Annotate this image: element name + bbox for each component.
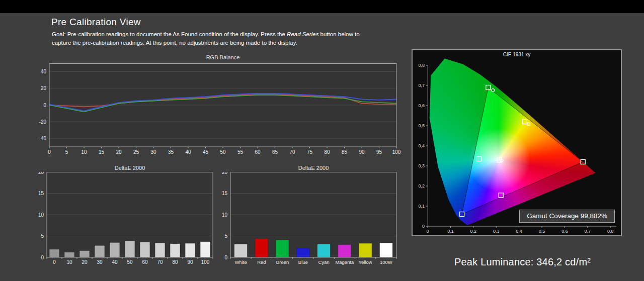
- deltae-colors-chart: DeltaE 2000 20151050WhiteRedGreenBlueCya…: [216, 164, 404, 270]
- gamut-coverage-badge: Gamut Coverage 99,882%: [519, 210, 615, 223]
- svg-text:15: 15: [222, 191, 228, 196]
- svg-text:90: 90: [359, 149, 365, 155]
- svg-text:0,2: 0,2: [418, 183, 425, 189]
- svg-text:0,1: 0,1: [418, 204, 425, 209]
- svg-text:40: 40: [185, 149, 191, 155]
- svg-text:Yellow: Yellow: [359, 259, 372, 265]
- svg-text:5: 5: [65, 149, 68, 155]
- svg-text:50: 50: [220, 149, 226, 155]
- svg-text:100: 100: [392, 149, 401, 155]
- svg-text:10: 10: [222, 212, 228, 218]
- svg-text:30: 30: [97, 259, 103, 265]
- svg-text:-20: -20: [39, 119, 47, 125]
- svg-text:5: 5: [41, 233, 44, 239]
- svg-text:0: 0: [426, 229, 429, 234]
- deltae-colors-title: DeltaE 2000: [230, 165, 396, 171]
- svg-text:0: 0: [41, 255, 44, 260]
- svg-text:20: 20: [41, 85, 47, 91]
- svg-text:70: 70: [289, 149, 295, 155]
- svg-text:Green: Green: [276, 259, 289, 265]
- svg-text:Red: Red: [257, 259, 266, 265]
- deltae-grayscale-title: DeltaE 2000: [47, 165, 213, 171]
- svg-text:White: White: [234, 259, 247, 265]
- svg-text:0,1: 0,1: [447, 229, 454, 234]
- svg-text:0,7: 0,7: [418, 83, 425, 88]
- svg-text:25: 25: [133, 149, 139, 155]
- svg-text:40: 40: [41, 69, 47, 74]
- rgb-balance-title: RGB Balance: [49, 54, 396, 60]
- goal-text: Goal: Pre-calibration readings to docume…: [52, 30, 444, 47]
- svg-text:0: 0: [224, 255, 227, 260]
- cie-overlay-markers: 00,10,20,30,40,50,60,70,800,10,20,30,40,…: [413, 50, 621, 235]
- svg-text:0: 0: [422, 224, 425, 229]
- svg-text:0,5: 0,5: [539, 229, 545, 234]
- svg-text:10: 10: [66, 259, 72, 265]
- svg-text:60: 60: [142, 259, 148, 265]
- svg-text:100: 100: [201, 259, 210, 265]
- svg-text:10: 10: [81, 149, 87, 155]
- svg-text:95: 95: [376, 149, 382, 155]
- rgb-balance-plot: 40200-20-4005101520253035404550556065707…: [29, 63, 401, 159]
- svg-text:40: 40: [112, 259, 118, 265]
- goal-line1: Goal: Pre-calibration readings to docume…: [52, 30, 444, 39]
- svg-text:15: 15: [38, 191, 44, 196]
- svg-text:Blue: Blue: [298, 259, 308, 265]
- svg-text:0,4: 0,4: [516, 229, 522, 234]
- precal-view: Pre Calibration View Goal: Pre-calibrati…: [0, 0, 644, 281]
- svg-text:0,5: 0,5: [418, 123, 425, 128]
- svg-text:0,8: 0,8: [607, 229, 614, 234]
- svg-text:0: 0: [48, 149, 51, 155]
- svg-text:70: 70: [157, 259, 163, 265]
- peak-luminance-readout: Peak Luminance: 346,2 cd/m²: [454, 256, 591, 268]
- svg-text:20: 20: [222, 172, 228, 175]
- svg-text:Magenta: Magenta: [335, 259, 354, 265]
- svg-text:65: 65: [272, 149, 278, 155]
- svg-text:45: 45: [203, 149, 209, 155]
- svg-text:0: 0: [53, 259, 56, 265]
- deltae-grayscale-plot: 201510500102030405060708090100: [29, 172, 216, 270]
- svg-text:20: 20: [116, 149, 122, 155]
- svg-text:90: 90: [187, 259, 193, 265]
- cie-1931-panel: CIE 1931 xy 00,10,20,30,40,50,60,70,800,…: [412, 49, 622, 236]
- svg-text:0,8: 0,8: [418, 63, 425, 68]
- goal-line2: capture the pre-calibration readings. At…: [52, 39, 444, 47]
- svg-text:20: 20: [82, 259, 88, 265]
- svg-text:80: 80: [172, 259, 178, 265]
- svg-text:20: 20: [38, 172, 44, 175]
- goal-read-series-ref: Read Series: [287, 31, 318, 37]
- svg-text:100W: 100W: [380, 259, 392, 265]
- svg-text:5: 5: [224, 233, 227, 239]
- rgb-balance-chart: RGB Balance 40200-20-4005101520253035404…: [29, 53, 401, 160]
- goal-line1-post: button below to: [318, 31, 359, 37]
- svg-text:35: 35: [168, 149, 174, 155]
- svg-text:0,6: 0,6: [561, 229, 568, 234]
- page-title: Pre Calibration View: [51, 17, 141, 28]
- svg-text:0,7: 0,7: [585, 229, 591, 234]
- svg-text:0: 0: [43, 103, 46, 108]
- svg-text:0,6: 0,6: [418, 103, 425, 108]
- svg-text:15: 15: [99, 149, 105, 155]
- svg-text:55: 55: [237, 149, 244, 155]
- deltae-grayscale-chart: DeltaE 2000 2015105001020304050607080901…: [29, 164, 216, 270]
- svg-text:0,4: 0,4: [418, 143, 425, 148]
- deltae-colors-plot: 20151050WhiteRedGreenBlueCyanMagentaYell…: [216, 172, 404, 270]
- svg-text:50: 50: [127, 259, 133, 265]
- svg-text:60: 60: [255, 149, 261, 155]
- svg-text:30: 30: [150, 149, 156, 155]
- top-black-bar: [0, 0, 644, 13]
- svg-text:0,2: 0,2: [470, 229, 477, 234]
- svg-text:Cyan: Cyan: [318, 259, 330, 265]
- svg-text:-40: -40: [39, 136, 47, 141]
- svg-text:0,3: 0,3: [493, 229, 500, 234]
- svg-text:0,3: 0,3: [418, 163, 425, 168]
- svg-text:75: 75: [307, 149, 313, 155]
- goal-line1-pre: Goal: Pre-calibration readings to docume…: [52, 31, 287, 37]
- svg-text:80: 80: [324, 149, 330, 155]
- svg-text:10: 10: [38, 212, 44, 218]
- svg-text:85: 85: [342, 149, 348, 155]
